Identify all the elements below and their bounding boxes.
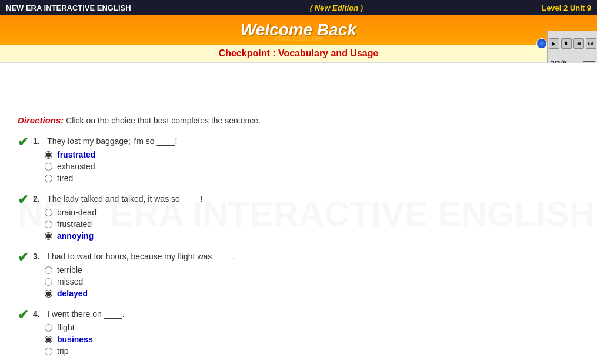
q3-label-2: missed: [57, 277, 83, 286]
q2-number: 2.: [33, 194, 40, 203]
q1-option-3[interactable]: tired: [45, 173, 579, 183]
checkpoint-title: Checkpoint : Vocabulary and Usage: [219, 48, 379, 58]
question-3-content: 3. I had to wait for hours, because my f…: [33, 251, 579, 300]
q1-options: frustrated exhausted tired: [45, 150, 579, 183]
q4-option-3[interactable]: trip: [45, 346, 579, 356]
q2-options: brain-dead frustrated annoying: [45, 208, 579, 241]
question-2-content: 2. The lady talked and talked, it was so…: [33, 193, 579, 243]
questions-container: ✔ 1. They lost my baggage; I'm so ____! …: [18, 136, 579, 358]
q3-radio-1[interactable]: [45, 266, 52, 274]
q4-option-2[interactable]: business: [45, 335, 579, 344]
header-bar: NEW ERA INTERACTIVE ENGLISH ( New Editio…: [0, 0, 597, 15]
prev-button[interactable]: ⏮: [573, 38, 584, 49]
q2-radio-1[interactable]: [45, 209, 52, 216]
question-4-content: 4. I went there on ____. flight business…: [33, 309, 579, 358]
q4-options: flight business trip: [45, 323, 579, 356]
q2-option-1[interactable]: brain-dead: [45, 208, 579, 217]
q1-radio-2[interactable]: [45, 163, 52, 171]
q1-label-1: frustrated: [57, 150, 95, 159]
q2-option-3[interactable]: annoying: [45, 231, 579, 241]
q3-radio-3[interactable]: [45, 290, 52, 298]
q4-option-1[interactable]: flight: [45, 323, 579, 332]
checkmark-4: ✔: [18, 308, 28, 323]
checkmark-1: ✔: [18, 135, 28, 150]
question-3: ✔ 3. I had to wait for hours, because my…: [18, 251, 579, 300]
question-4: ✔ 4. I went there on ____. flight busine…: [18, 309, 579, 358]
q4-label-2: business: [57, 335, 93, 344]
q3-options: terrible missed delayed: [45, 265, 579, 298]
pause-button[interactable]: ⏸: [561, 38, 572, 49]
q1-label-2: exhausted: [57, 162, 95, 171]
top-orange-bar: Welcome Back www.nnbo.net: [0, 15, 597, 45]
watermark: www.nnbo.net: [275, 34, 323, 42]
q4-radio-2[interactable]: [45, 336, 52, 343]
q3-label-1: terrible: [57, 265, 82, 275]
next-button[interactable]: ⏭: [586, 38, 596, 49]
globe-icon: [536, 38, 547, 49]
edition-label: ( New Edition ): [310, 4, 363, 12]
directions: Directions: Click on the choice that bes…: [18, 115, 579, 125]
q3-option-2[interactable]: missed: [45, 277, 579, 286]
q2-radio-2[interactable]: [45, 221, 52, 228]
question-2: ✔ 2. The lady talked and talked, it was …: [18, 193, 579, 243]
q2-label-1: brain-dead: [57, 208, 96, 217]
q1-option-1[interactable]: frustrated: [45, 150, 579, 159]
directions-text: Click on the choice that best completes …: [66, 116, 261, 125]
q2-radio-3[interactable]: [45, 232, 52, 240]
question-1: ✔ 1. They lost my baggage; I'm so ____! …: [18, 136, 579, 185]
app-name: NEW ERA INTERACTIVE ENGLISH: [6, 4, 131, 12]
q2-label-2: frustrated: [57, 219, 92, 229]
q3-option-3[interactable]: delayed: [45, 289, 579, 298]
q3-option-1[interactable]: terrible: [45, 265, 579, 275]
q1-number: 1.: [33, 136, 40, 146]
q2-label-3: annoying: [57, 231, 94, 241]
level-label: Level 2 Unit 9: [542, 4, 591, 12]
q1-radio-1[interactable]: [45, 151, 52, 159]
q2-text: The lady talked and talked, it was so __…: [47, 194, 203, 203]
q2-option-2[interactable]: frustrated: [45, 219, 579, 229]
q4-radio-1[interactable]: [45, 324, 52, 332]
checkpoint-bar: Checkpoint : Vocabulary and Usage: [0, 45, 597, 63]
media-controls: ▶ ⏸ ⏮ ⏭ 🔊: [536, 38, 598, 49]
q1-radio-3[interactable]: [45, 175, 52, 182]
q4-label-3: trip: [57, 346, 68, 356]
directions-label: Directions:: [18, 115, 64, 125]
q4-number: 4.: [33, 309, 40, 319]
q3-number: 3.: [33, 252, 40, 261]
q3-radio-2[interactable]: [45, 278, 52, 286]
play-button[interactable]: ▶: [549, 38, 559, 49]
checkmark-2: ✔: [18, 192, 28, 208]
q4-text: I went there on ____.: [47, 309, 125, 319]
q1-text: They lost my baggage; I'm so ____!: [47, 136, 177, 146]
q3-text: I had to wait for hours, because my flig…: [47, 252, 235, 261]
question-1-content: 1. They lost my baggage; I'm so ____! fr…: [33, 136, 579, 185]
q4-label-1: flight: [57, 323, 75, 332]
q4-radio-3[interactable]: [45, 348, 52, 355]
q3-label-3: delayed: [57, 289, 88, 298]
checkmark-3: ✔: [18, 250, 28, 265]
q1-label-3: tired: [57, 173, 73, 183]
main-content: NEW ERA INTERACTIVE ENGLISH Directions: …: [0, 63, 597, 363]
q1-option-2[interactable]: exhausted: [45, 162, 579, 171]
